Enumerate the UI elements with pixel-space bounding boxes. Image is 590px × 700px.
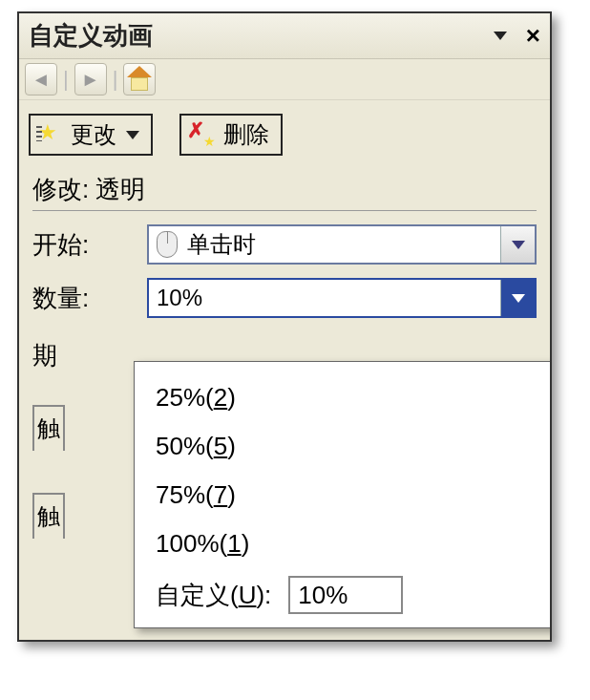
dropdown-custom-row: 自定义(U):: [135, 568, 552, 614]
forward-button[interactable]: ►: [74, 63, 107, 95]
custom-label: 自定义(U):: [156, 579, 271, 612]
custom-animation-panel: 自定义动画 × ◄ | ► | 更改 删除 修改: 透: [17, 11, 552, 642]
home-button[interactable]: [123, 63, 156, 95]
nav-separator: |: [113, 67, 118, 92]
change-button[interactable]: 更改: [29, 114, 153, 156]
delete-button[interactable]: 删除: [179, 114, 283, 156]
tab-stub-1[interactable]: 触: [32, 405, 65, 451]
titlebar: 自定义动画 ×: [19, 13, 550, 59]
chevron-down-icon: [512, 294, 525, 303]
custom-amount-input[interactable]: [288, 576, 403, 614]
amount-select[interactable]: 10%: [147, 278, 537, 318]
star-icon: [36, 122, 61, 147]
modify-label: 修改:: [32, 175, 89, 203]
navbar: ◄ | ► |: [19, 59, 550, 100]
dropdown-item-75[interactable]: 75%(7): [135, 471, 552, 520]
action-row: 更改 删除: [19, 100, 550, 165]
amount-value: 10%: [157, 285, 202, 311]
dropdown-item-50[interactable]: 50%(5): [135, 422, 552, 471]
close-icon[interactable]: ×: [526, 21, 540, 51]
nav-separator: |: [63, 67, 69, 92]
delete-icon: [187, 122, 214, 147]
home-icon: [127, 68, 152, 91]
start-select-caret[interactable]: [500, 226, 535, 263]
start-select[interactable]: 单击时: [147, 224, 537, 265]
arrow-left-icon: ◄: [32, 69, 51, 91]
effect-header: 修改: 透明: [32, 167, 537, 211]
start-label: 开始:: [32, 228, 128, 262]
chevron-down-icon: [512, 241, 525, 249]
delete-button-label: 删除: [223, 119, 269, 150]
mouse-icon: [157, 231, 178, 258]
effect-name: 透明: [95, 175, 145, 203]
dropdown-item-100[interactable]: 100%(1): [135, 520, 552, 568]
start-value: 单击时: [187, 229, 256, 260]
arrow-right-icon: ►: [81, 69, 100, 91]
panel-menu-dropdown-icon[interactable]: [494, 32, 507, 40]
amount-dropdown: 25%(2) 50%(5) 75%(7) 100%(1) 自定义(U):: [134, 361, 552, 628]
start-row: 开始: 单击时: [32, 224, 537, 265]
amount-row: 数量: 10%: [32, 278, 537, 318]
tab-stub-2[interactable]: 触: [32, 493, 65, 539]
amount-label: 数量:: [32, 282, 128, 315]
back-button[interactable]: ◄: [25, 63, 57, 95]
amount-select-caret[interactable]: [500, 280, 535, 316]
dropdown-item-25[interactable]: 25%(2): [135, 373, 552, 422]
panel-title: 自定义动画: [29, 19, 494, 53]
chevron-down-icon: [126, 131, 139, 139]
change-button-label: 更改: [71, 119, 116, 150]
